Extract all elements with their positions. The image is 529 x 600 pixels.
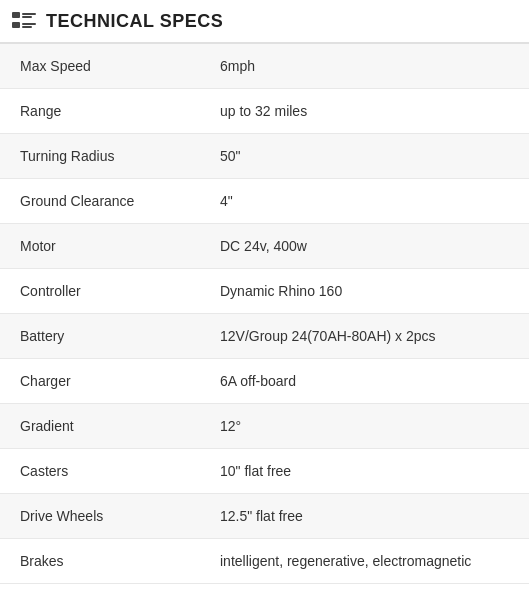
spec-label: Casters	[0, 449, 200, 494]
spec-value: intelligent, regenerative, electromagnet…	[200, 539, 529, 584]
spec-value: 6mph	[200, 44, 529, 89]
svg-rect-3	[12, 22, 20, 28]
table-row: Brakesintelligent, regenerative, electro…	[0, 539, 529, 584]
table-row: Ground Clearance4"	[0, 179, 529, 224]
spec-label: Ground Clearance	[0, 179, 200, 224]
technical-specs-section: TECHNICAL SPECS Max Speed6mphRangeup to …	[0, 0, 529, 584]
svg-rect-5	[22, 26, 32, 28]
page-title: TECHNICAL SPECS	[46, 11, 223, 32]
spec-value: 12V/Group 24(70AH-80AH) x 2pcs	[200, 314, 529, 359]
spec-value: 50"	[200, 134, 529, 179]
table-row: MotorDC 24v, 400w	[0, 224, 529, 269]
specs-table: Max Speed6mphRangeup to 32 milesTurning …	[0, 44, 529, 584]
specs-list-icon	[12, 10, 36, 32]
table-row: Rangeup to 32 miles	[0, 89, 529, 134]
spec-label: Turning Radius	[0, 134, 200, 179]
svg-rect-0	[12, 12, 20, 18]
spec-label: Drive Wheels	[0, 494, 200, 539]
spec-label: Max Speed	[0, 44, 200, 89]
spec-value: DC 24v, 400w	[200, 224, 529, 269]
spec-label: Motor	[0, 224, 200, 269]
spec-value: up to 32 miles	[200, 89, 529, 134]
table-row: Max Speed6mph	[0, 44, 529, 89]
table-row: ControllerDynamic Rhino 160	[0, 269, 529, 314]
section-header: TECHNICAL SPECS	[0, 0, 529, 44]
table-row: Charger6A off-board	[0, 359, 529, 404]
spec-label: Range	[0, 89, 200, 134]
spec-value: 10" flat free	[200, 449, 529, 494]
svg-rect-4	[22, 23, 36, 25]
table-row: Gradient12°	[0, 404, 529, 449]
table-row: Battery12V/Group 24(70AH-80AH) x 2pcs	[0, 314, 529, 359]
table-row: Drive Wheels12.5" flat free	[0, 494, 529, 539]
svg-rect-2	[22, 16, 32, 18]
spec-value: 12.5" flat free	[200, 494, 529, 539]
table-row: Turning Radius50"	[0, 134, 529, 179]
spec-value: 4"	[200, 179, 529, 224]
spec-label: Gradient	[0, 404, 200, 449]
spec-value: 6A off-board	[200, 359, 529, 404]
spec-value: Dynamic Rhino 160	[200, 269, 529, 314]
spec-label: Controller	[0, 269, 200, 314]
spec-value: 12°	[200, 404, 529, 449]
spec-label: Brakes	[0, 539, 200, 584]
svg-rect-1	[22, 13, 36, 15]
spec-label: Charger	[0, 359, 200, 404]
spec-label: Battery	[0, 314, 200, 359]
table-row: Casters10" flat free	[0, 449, 529, 494]
